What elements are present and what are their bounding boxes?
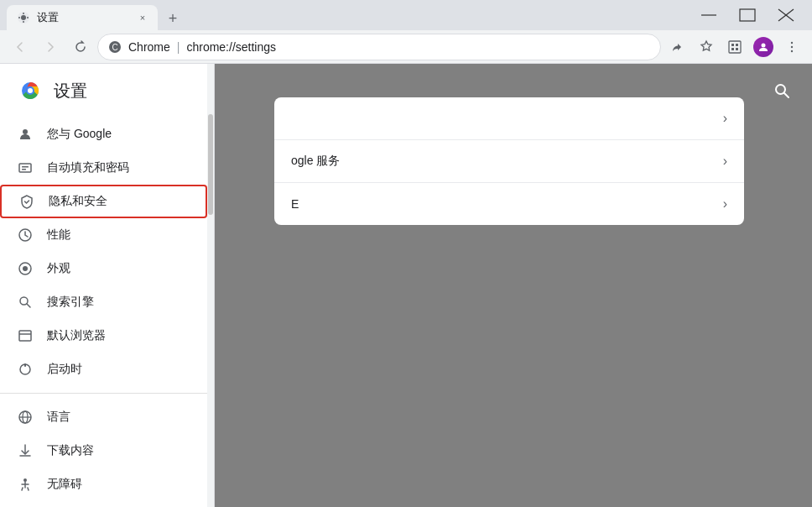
close-button[interactable] — [767, 0, 805, 30]
sidebar-item-label: 性能 — [47, 227, 70, 243]
settings-row-arrow-1: › — [723, 111, 727, 126]
svg-rect-9 — [731, 44, 734, 46]
svg-point-21 — [23, 129, 28, 134]
sidebar-item-accessibility[interactable]: 无障碍 — [0, 468, 207, 501]
sidebar-item-appearance[interactable]: 外观 — [0, 252, 207, 285]
extensions-icon — [727, 39, 742, 55]
content-area: › ogle 服务 › E › — [215, 64, 812, 507]
address-security-icon: C — [108, 40, 122, 54]
svg-rect-12 — [736, 48, 738, 50]
share-icon — [670, 39, 685, 55]
svg-text:C: C — [112, 43, 117, 52]
sidebar-item-label: 无障碍 — [47, 477, 82, 492]
accessibility-icon — [17, 476, 34, 493]
sidebar-item-label: 您与 Google — [47, 127, 112, 142]
tab-close-button[interactable]: × — [136, 11, 149, 24]
sidebar-item-label: 隐私和安全 — [49, 194, 107, 209]
settings-row-arrow-3: › — [723, 196, 727, 212]
address-bar[interactable]: C Chrome | chrome://settings — [97, 34, 661, 60]
sidebar-item-language[interactable]: 语言 — [0, 400, 207, 434]
sidebar-item-privacy[interactable]: 隐私和安全 — [0, 185, 207, 218]
maximize-button[interactable] — [728, 0, 767, 30]
sidebar-item-label: 语言 — [47, 410, 70, 425]
sidebar-item-label: 启动时 — [47, 362, 82, 377]
back-icon — [13, 39, 28, 55]
search-icon — [773, 82, 790, 99]
sidebar-item-performance[interactable]: 性能 — [0, 218, 207, 252]
toolbar: C Chrome | chrome://settings — [0, 30, 812, 64]
svg-point-13 — [762, 43, 766, 47]
reload-icon — [73, 39, 88, 55]
tab-title: 设置 — [37, 10, 129, 25]
reload-button[interactable] — [67, 34, 94, 60]
settings-row-3[interactable]: E › — [274, 183, 744, 225]
svg-point-16 — [791, 50, 793, 51]
sidebar: 设置 您与 Google — [0, 64, 215, 507]
extensions-button[interactable] — [721, 34, 748, 60]
performance-icon — [17, 227, 34, 243]
scrollbar-thumb[interactable] — [208, 114, 213, 215]
address-url: chrome://settings — [186, 40, 276, 54]
sidebar-item-label: 自动填充和密码 — [47, 160, 129, 175]
content-search-button[interactable] — [768, 77, 795, 104]
address-separator: | — [177, 40, 180, 54]
profile-avatar-icon — [757, 41, 769, 53]
tab-favicon — [17, 11, 30, 24]
sidebar-item-download[interactable]: 下载内容 — [0, 434, 207, 468]
bookmark-button[interactable] — [693, 34, 720, 60]
svg-rect-8 — [729, 41, 741, 53]
settings-row-arrow-2: › — [723, 154, 727, 169]
settings-row-text-3: E — [291, 197, 723, 211]
content-scroll: › ogle 服务 › E › — [215, 64, 812, 259]
search-icon — [17, 294, 34, 311]
svg-rect-23 — [22, 166, 29, 168]
svg-point-1 — [21, 15, 26, 20]
profile-button[interactable] — [750, 34, 777, 60]
svg-line-29 — [27, 304, 30, 307]
settings-row-1[interactable]: › — [274, 97, 744, 140]
svg-rect-3 — [740, 9, 755, 21]
sidebar-item-startup[interactable]: 启动时 — [0, 353, 207, 386]
svg-point-20 — [28, 88, 33, 93]
svg-rect-30 — [19, 331, 31, 341]
sidebar-scroll[interactable]: 您与 Google 自动填充和密码 — [0, 118, 214, 507]
sidebar-title: 设置 — [54, 80, 87, 102]
new-tab-button[interactable]: + — [161, 7, 185, 30]
sidebar-item-label: 外观 — [47, 261, 70, 276]
back-button[interactable] — [7, 34, 34, 60]
sidebar-divider — [0, 393, 214, 394]
settings-card: › ogle 服务 › E › — [274, 97, 744, 225]
appearance-icon — [17, 260, 34, 277]
svg-point-15 — [791, 45, 793, 47]
download-icon — [17, 442, 34, 459]
shield-icon — [18, 193, 35, 210]
startup-icon — [17, 361, 34, 378]
scrollbar-track[interactable] — [207, 64, 214, 507]
svg-point-27 — [23, 266, 28, 271]
forward-button[interactable] — [37, 34, 64, 60]
language-icon — [17, 409, 34, 426]
autofill-icon — [17, 159, 34, 176]
svg-line-43 — [784, 93, 789, 97]
settings-row-text-2: ogle 服务 — [291, 154, 723, 169]
share-button[interactable] — [664, 34, 691, 60]
menu-button[interactable] — [778, 34, 805, 60]
sidebar-item-google[interactable]: 您与 Google — [0, 118, 207, 151]
browser-icon — [17, 327, 34, 344]
sidebar-item-search[interactable]: 搜索引擎 — [0, 285, 207, 319]
chrome-logo — [17, 77, 44, 104]
sidebar-item-browser[interactable]: 默认浏览器 — [0, 319, 207, 353]
active-tab[interactable]: 设置 × — [7, 5, 158, 30]
svg-point-14 — [791, 41, 793, 43]
sidebar-item-label: 下载内容 — [47, 443, 94, 458]
minimize-button[interactable] — [690, 0, 728, 30]
settings-row-2[interactable]: ogle 服务 › — [274, 140, 744, 183]
menu-icon — [784, 39, 799, 55]
toolbar-right — [664, 34, 805, 60]
sidebar-item-autofill[interactable]: 自动填充和密码 — [0, 151, 207, 185]
tab-strip: 设置 × + — [7, 0, 690, 30]
titlebar: 设置 × + — [0, 0, 812, 30]
svg-rect-10 — [736, 44, 738, 46]
forward-icon — [43, 39, 58, 55]
sidebar-item-label: 搜索引擎 — [47, 295, 94, 310]
